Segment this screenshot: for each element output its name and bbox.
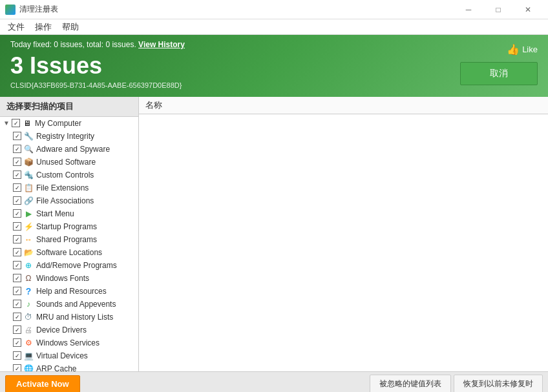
tree-item-adware-spyware[interactable]: 🔍 Adware and Spyware (0, 143, 138, 156)
checkbox-adware-spyware[interactable] (13, 145, 21, 153)
file-associations-icon: 🔗 (23, 196, 34, 206)
expand-arrow: ▼ (3, 119, 10, 127)
activate-now-button[interactable]: Activate Now (5, 375, 80, 392)
tree-item-windows-services[interactable]: ⚙ Windows Services (0, 336, 138, 349)
checkbox-help-resources[interactable] (13, 287, 21, 295)
virtual-devices-icon: 💻 (23, 351, 34, 361)
windows-services-icon: ⚙ (23, 338, 34, 348)
checkbox-add-remove[interactable] (13, 261, 21, 269)
app-icon (5, 5, 16, 15)
tree-label-custom-controls: Custom Controls (36, 170, 94, 180)
checkbox-startup-programs[interactable] (13, 222, 21, 231)
start-menu-icon: ▶ (23, 209, 34, 219)
left-panel-header: 选择要扫描的项目 (0, 97, 138, 117)
tree-label-sounds-appevents: Sounds and Appevents (36, 300, 116, 309)
startup-programs-icon: ⚡ (23, 222, 34, 232)
banner: Today fixed: 0 issues, total: 0 issues. … (0, 35, 548, 97)
tree-label-help-resources: Help and Resources (36, 287, 107, 296)
checkbox-registry-integrity[interactable] (13, 132, 21, 140)
tree-item-device-drivers[interactable]: 🖨 Device Drivers (0, 324, 138, 336)
my-computer-icon: 🖥 (22, 118, 32, 129)
banner-top-text: Today fixed: 0 issues, total: 0 issues. … (10, 40, 185, 49)
checkbox-start-menu[interactable] (13, 209, 21, 218)
banner-left: Today fixed: 0 issues, total: 0 issues. … (10, 40, 185, 89)
registry-integrity-icon: 🔧 (23, 131, 34, 141)
bottom-bar: Activate Now 被忽略的键值列表 恢复到以前未修复时 (0, 371, 548, 392)
checkbox-mru-history[interactable] (13, 313, 21, 321)
tree-item-sounds-appevents[interactable]: ♪ Sounds and Appevents (0, 298, 138, 311)
window-title: 清理注册表 (19, 4, 58, 15)
tree-label-add-remove: Add/Remove Programs (36, 261, 117, 270)
checkbox-custom-controls[interactable] (13, 170, 21, 179)
checkbox-unused-software[interactable] (13, 158, 21, 166)
tree-label-mru-history: MRU and History Lists (36, 313, 113, 322)
tree-item-my-computer[interactable]: ▼ 🖥 My Computer (0, 117, 138, 130)
checkbox-windows-fonts[interactable] (13, 274, 21, 282)
checkbox-windows-services[interactable] (13, 338, 21, 347)
tree-label-arp-cache: ARP Cache (36, 364, 76, 371)
checkbox-virtual-devices[interactable] (13, 351, 21, 360)
tree-item-mru-history[interactable]: ⏱ MRU and History Lists (0, 311, 138, 324)
view-history-link[interactable]: View History (138, 40, 185, 49)
tree-label-file-associations: File Associations (36, 196, 94, 205)
device-drivers-icon: 🖨 (23, 325, 34, 335)
tree-item-file-associations[interactable]: 🔗 File Associations (0, 194, 138, 207)
cancel-button[interactable]: 取消 (460, 62, 538, 85)
tree-item-start-menu[interactable]: ▶ Start Menu (0, 207, 138, 220)
clsid-text: CLSID{A33FB695-B731-4A85-AABE-656397D0E8… (10, 81, 185, 89)
tree-label-adware-spyware: Adware and Spyware (36, 145, 110, 154)
checkbox-software-locations[interactable] (13, 248, 21, 256)
main-content: 选择要扫描的项目 ▼ 🖥 My Computer 🔧 Registry Inte… (0, 97, 548, 371)
tree-container[interactable]: ▼ 🖥 My Computer 🔧 Registry Integrity 🔍 A… (0, 117, 138, 371)
tree-label-start-menu: Start Menu (36, 209, 74, 218)
checkbox-shared-programs[interactable] (13, 235, 21, 243)
tree-item-startup-programs[interactable]: ⚡ Startup Programs (0, 220, 138, 233)
checkbox-arp-cache[interactable] (13, 364, 21, 371)
minimize-button[interactable]: ─ (454, 0, 483, 19)
sounds-appevents-icon: ♪ (23, 299, 34, 309)
menu-bar: 文件 操作 帮助 (0, 19, 548, 35)
tree-item-registry-integrity[interactable]: 🔧 Registry Integrity (0, 130, 138, 143)
tree-item-arp-cache[interactable]: 🌐 ARP Cache (0, 362, 138, 371)
close-button[interactable]: ✕ (513, 0, 543, 19)
tree-item-shared-programs[interactable]: ↔ Shared Programs (0, 233, 138, 246)
checkbox-file-extensions[interactable] (13, 183, 21, 192)
menu-help[interactable]: 帮助 (57, 20, 84, 34)
software-locations-icon: 📂 (23, 247, 34, 258)
title-bar-left: 清理注册表 (5, 4, 58, 15)
mru-history-icon: ⏱ (23, 312, 34, 322)
checkbox-device-drivers[interactable] (13, 325, 21, 334)
tree-label-my-computer: My Computer (35, 119, 81, 128)
tree-item-software-locations[interactable]: 📂 Software Locations (0, 246, 138, 259)
add-remove-icon: ⊕ (23, 260, 34, 271)
checkbox-file-associations[interactable] (13, 196, 21, 205)
menu-file[interactable]: 文件 (3, 20, 30, 34)
title-bar: 清理注册表 ─ □ ✕ (0, 0, 548, 19)
maximize-button[interactable]: □ (483, 0, 513, 19)
unused-software-icon: 📦 (23, 157, 34, 167)
menu-actions[interactable]: 操作 (30, 20, 57, 34)
custom-controls-icon: 🔩 (23, 170, 34, 180)
left-panel: 选择要扫描的项目 ▼ 🖥 My Computer 🔧 Registry Inte… (0, 97, 139, 371)
ignored-keys-button[interactable]: 被忽略的键值列表 (370, 375, 451, 392)
checkbox-my-computer[interactable] (12, 119, 20, 127)
tree-label-shared-programs: Shared Programs (36, 235, 97, 244)
tree-item-custom-controls[interactable]: 🔩 Custom Controls (0, 169, 138, 181)
title-bar-controls: ─ □ ✕ (454, 0, 543, 19)
arp-cache-icon: 🌐 (23, 364, 34, 371)
right-panel: 名称 (139, 97, 548, 371)
tree-item-virtual-devices[interactable]: 💻 Virtual Devices (0, 349, 138, 362)
like-button[interactable]: 👍 Like (507, 43, 538, 56)
right-panel-content (139, 114, 548, 371)
tree-item-help-resources[interactable]: ? Help and Resources (0, 285, 138, 298)
tree-item-windows-fonts[interactable]: Ω Windows Fonts (0, 272, 138, 285)
tree-label-file-extensions: File Extensions (36, 183, 89, 192)
thumbs-up-icon: 👍 (507, 43, 520, 56)
tree-item-file-extensions[interactable]: 📋 File Extensions (0, 181, 138, 194)
help-resources-icon: ? (23, 286, 34, 296)
tree-item-unused-software[interactable]: 📦 Unused Software (0, 156, 138, 169)
restore-button[interactable]: 恢复到以前未修复时 (454, 375, 543, 392)
tree-item-add-remove[interactable]: ⊕ Add/Remove Programs (0, 259, 138, 272)
tree-label-virtual-devices: Virtual Devices (36, 351, 88, 360)
checkbox-sounds-appevents[interactable] (13, 300, 21, 308)
